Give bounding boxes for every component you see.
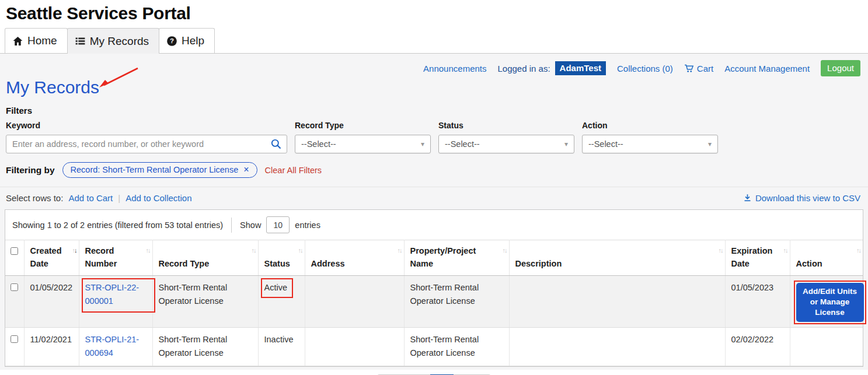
collections-link[interactable]: Collections (0) <box>617 64 673 73</box>
column-label: Address <box>311 259 345 268</box>
status-select-value: --Select-- <box>445 139 480 149</box>
entries-label: entries <box>295 220 320 230</box>
record-type-filter-group: Record Type --Select-- ▾ <box>295 121 431 153</box>
search-button[interactable] <box>270 138 282 150</box>
status-label: Status <box>438 121 574 130</box>
divider: | <box>118 193 120 203</box>
add-edit-units-button[interactable]: Add/Edit Units or Manage License <box>796 283 864 323</box>
sort-icon: ↑↓ <box>298 246 302 255</box>
showing-entries-text: Showing 1 to 2 of 2 entries (filtered fr… <box>12 220 223 230</box>
add-to-cart-link[interactable]: Add to Cart <box>68 193 113 203</box>
cell-property-project-name: Short-Term Rental Operator License <box>404 275 509 328</box>
tab-help[interactable]: ? Help <box>159 28 215 53</box>
cell-record-type: Short-Term Rental Operator License <box>152 275 258 328</box>
column-header-property-project-name[interactable]: Property/Project Name ↑↓ <box>404 240 509 276</box>
help-icon: ? <box>166 36 177 47</box>
status-select[interactable]: --Select-- ▾ <box>438 135 574 153</box>
action-select[interactable]: --Select-- ▾ <box>582 135 718 153</box>
sort-icon: ↑↓ <box>503 246 507 255</box>
filters-section-title: Filters <box>6 106 868 115</box>
filter-chip-record-type[interactable]: Record: Short-Term Rental Operator Licen… <box>62 162 257 178</box>
column-header-address[interactable]: Address ↑↓ <box>305 240 404 276</box>
row-checkbox[interactable] <box>11 335 18 343</box>
column-header-record-type[interactable]: Record Type ↑↓ <box>152 240 258 276</box>
cart-icon <box>684 64 694 73</box>
tab-help-label: Help <box>182 34 204 47</box>
chevron-down-icon: ▾ <box>708 140 712 148</box>
sort-icon: ↑↓ <box>783 246 787 255</box>
column-label: Record Type <box>159 259 210 268</box>
cart-label: Cart <box>697 64 713 73</box>
keyword-search-input[interactable] <box>6 135 287 153</box>
close-icon[interactable]: × <box>243 165 249 174</box>
cell-property-project-name: Short-Term Rental Operator License <box>404 328 509 366</box>
sort-icon: ↑↓ <box>719 246 723 255</box>
divider <box>231 218 232 233</box>
sort-icon: ↑↓ <box>398 246 402 255</box>
column-label: Expiration Date <box>731 246 773 268</box>
sort-icon: ↑↓ <box>146 246 150 255</box>
download-icon <box>743 194 752 202</box>
cart-link[interactable]: Cart <box>684 64 713 73</box>
cell-address <box>305 328 404 366</box>
cell-record-type: Short-Term Rental Operator License <box>152 328 258 366</box>
filtering-by-row: Filtering by Record: Short-Term Rental O… <box>6 162 868 178</box>
main-navigation: Home My Records ? Help <box>0 28 868 54</box>
action-filter-group: Action --Select-- ▾ <box>582 121 718 153</box>
entries-per-page-input[interactable] <box>266 216 290 233</box>
announcements-link[interactable]: Announcements <box>423 64 486 73</box>
column-header-created-date[interactable]: Created Date ↑↓ <box>24 240 79 276</box>
cell-created-date: 11/02/2021 <box>24 328 79 366</box>
status-value: Active <box>264 283 288 292</box>
table-info-bar: Showing 1 to 2 of 2 entries (filtered fr… <box>5 210 863 240</box>
page-title: Seattle Services Portal <box>0 0 868 28</box>
cell-description <box>509 328 725 366</box>
keyword-label: Keyword <box>6 121 287 130</box>
sort-icon: ↑↓ <box>856 246 860 255</box>
column-header-action[interactable]: Action ↑↓ <box>790 240 863 276</box>
table-row: 11/02/2021 STR-OPLI-21-000694 Short-Term… <box>5 328 863 366</box>
tab-my-records[interactable]: My Records <box>67 28 159 54</box>
show-label: Show <box>240 220 261 230</box>
column-label: Status <box>264 259 290 268</box>
cell-description <box>509 275 725 328</box>
add-to-collection-link[interactable]: Add to Collection <box>126 193 191 203</box>
cell-expiration-date: 01/05/2023 <box>725 275 790 328</box>
filter-chip-label: Record: Short-Term Rental Operator Licen… <box>71 165 239 174</box>
column-header-record-number[interactable]: Record Number ↑↓ <box>79 240 152 276</box>
status-filter-group: Status --Select-- ▾ <box>438 121 574 153</box>
column-label: Record Number <box>85 246 117 268</box>
record-type-select-value: --Select-- <box>301 139 336 149</box>
record-number-link[interactable]: STR-OPLI-21-000694 <box>85 335 140 358</box>
record-type-label: Record Type <box>295 121 431 130</box>
column-label: Action <box>796 259 822 268</box>
sort-icon: ↑↓ <box>252 246 256 255</box>
logout-button[interactable]: Logout <box>821 60 860 76</box>
row-actions-bar: Select rows to: Add to Cart | Add to Col… <box>0 187 868 208</box>
download-csv-link[interactable]: Download this view to CSV <box>743 193 860 203</box>
content-area: Announcements Logged in as: AdamTest Col… <box>0 54 868 370</box>
download-csv-label: Download this view to CSV <box>755 193 860 203</box>
clear-all-filters-link[interactable]: Clear All Filters <box>265 166 322 175</box>
row-checkbox[interactable] <box>11 283 18 291</box>
tab-home[interactable]: Home <box>5 28 68 53</box>
column-header-description[interactable]: Description ↑↓ <box>509 240 725 276</box>
column-header-expiration-date[interactable]: Expiration Date ↑↓ <box>725 240 790 276</box>
action-label: Action <box>582 121 718 130</box>
tab-my-records-label: My Records <box>90 35 149 48</box>
record-type-select[interactable]: --Select-- ▾ <box>295 135 431 153</box>
svg-text:?: ? <box>170 37 174 44</box>
filtering-by-label: Filtering by <box>6 165 55 176</box>
cell-expiration-date: 02/02/2022 <box>725 328 790 366</box>
column-label: Description <box>515 259 562 268</box>
column-header-status[interactable]: Status ↑↓ <box>258 240 305 276</box>
action-select-value: --Select-- <box>588 139 623 149</box>
select-all-checkbox[interactable] <box>11 247 18 255</box>
account-management-link[interactable]: Account Management <box>724 64 810 73</box>
column-label: Property/Project Name <box>410 246 476 268</box>
page-heading: My Records <box>6 78 99 97</box>
record-number-link[interactable]: STR-OPLI-22-000001 <box>85 283 140 306</box>
cell-status: Active <box>258 275 305 328</box>
records-table: Created Date ↑↓ Record Number ↑↓ Record … <box>5 240 863 366</box>
select-rows-label: Select rows to: <box>6 193 63 203</box>
